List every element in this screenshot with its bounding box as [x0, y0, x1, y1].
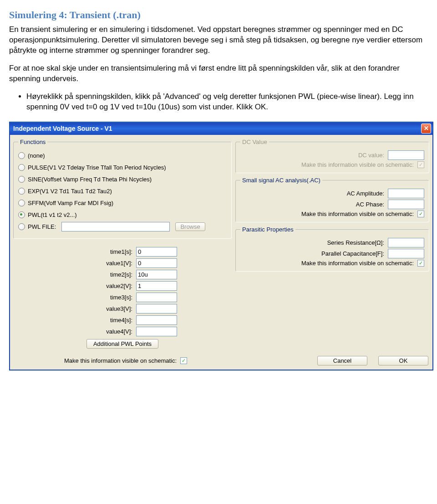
ok-button[interactable]: OK	[378, 356, 428, 365]
parasitic-visible-label: Make this information visible on schemat…	[301, 260, 414, 267]
radio-label: EXP(V1 V2 Td1 Tau1 Td2 Tau2)	[28, 188, 112, 195]
series-resistance-label: Series Resistance[Ω]:	[327, 239, 384, 246]
ac-visible-label: Make this information visible on schemat…	[301, 211, 414, 217]
functions-group: Functions (none) PULSE(V1 V2 Tdelay Tris…	[13, 139, 232, 239]
radio-label: (none)	[28, 152, 45, 159]
pwl-label: value4[V]:	[106, 328, 132, 335]
series-resistance-input[interactable]	[388, 238, 424, 247]
additional-pwl-button[interactable]: Additional PWL Points	[86, 339, 158, 349]
radio-icon[interactable]	[18, 164, 25, 171]
paragraph-2: For at noe skal skje under en transients…	[9, 63, 428, 84]
radio-exp[interactable]: EXP(V1 V2 Td1 Tau1 Td2 Tau2)	[18, 186, 227, 196]
parasitic-legend: Parasitic Properties	[240, 226, 295, 233]
dc-value-group: DC Value DC value: Make this information…	[235, 139, 429, 173]
ac-legend: Small signal AC analysis(.AC)	[240, 177, 322, 184]
ac-amplitude-input[interactable]	[388, 189, 424, 198]
titlebar-text: Independent Voltage Source - V1	[13, 125, 112, 132]
voltage-source-dialog: Independent Voltage Source - V1 ✕ Functi…	[9, 122, 433, 370]
value2-input[interactable]	[136, 281, 177, 291]
functions-legend: Functions	[18, 139, 47, 145]
close-icon[interactable]: ✕	[421, 123, 431, 134]
parasitic-group: Parasitic Properties Series Resistance[Ω…	[235, 226, 429, 272]
value4-input[interactable]	[136, 327, 177, 336]
dc-visible-label: Make this information visible on schemat…	[301, 161, 414, 168]
ac-phase-input[interactable]	[388, 200, 424, 209]
ac-amplitude-label: AC Amplitude:	[347, 190, 384, 197]
ac-visible-checkbox[interactable]	[417, 211, 424, 217]
bullet-1: Høyreklikk på spenningskilden, klikk på …	[26, 92, 428, 113]
radio-label: PULSE(V1 V2 Tdelay Trise Tfall Ton Perio…	[28, 164, 166, 171]
pwl-points-grid: time1[s]: value1[V]: time2[s]: value2[V]…	[13, 247, 232, 336]
paragraph-1: En transient simulering er en simulering…	[9, 25, 428, 56]
parasitic-visible-checkbox[interactable]	[417, 260, 424, 267]
radio-icon[interactable]	[18, 200, 25, 206]
radio-label: PWL(t1 v1 t2 v2...)	[28, 211, 77, 218]
time2-input[interactable]	[136, 270, 177, 279]
pwl-label: value3[V]:	[106, 305, 132, 312]
radio-sffm[interactable]: SFFM(Voff Vamp Fcar MDI Fsig)	[18, 198, 227, 208]
time3-input[interactable]	[136, 293, 177, 302]
pwl-label: time1[s]:	[106, 248, 132, 255]
radio-pwl[interactable]: PWL(t1 v1 t2 v2...)	[18, 210, 227, 220]
pwl-label: time4[s]:	[106, 317, 132, 324]
value3-input[interactable]	[136, 304, 177, 314]
parallel-capacitance-label: Parallel Capacitance[F]:	[321, 250, 384, 257]
dc-legend: DC Value	[240, 139, 269, 145]
radio-icon[interactable]	[18, 223, 25, 230]
time4-input[interactable]	[136, 315, 177, 325]
ac-phase-label: AC Phase:	[356, 201, 384, 208]
pwl-label: time2[s]:	[106, 271, 132, 278]
time1-input[interactable]	[136, 247, 177, 257]
value1-input[interactable]	[136, 258, 177, 268]
radio-pwl-file[interactable]: PWL FILE: Browse	[18, 222, 227, 232]
radio-sine[interactable]: SINE(Voffset Vamp Freq Td Theta Phi Ncyc…	[18, 175, 227, 185]
ac-analysis-group: Small signal AC analysis(.AC) AC Amplitu…	[235, 177, 429, 222]
parallel-capacitance-input[interactable]	[388, 249, 424, 258]
pwl-label: time3[s]:	[106, 294, 132, 301]
dc-visible-checkbox[interactable]	[417, 161, 424, 168]
titlebar[interactable]: Independent Voltage Source - V1 ✕	[10, 122, 433, 135]
radio-label: SFFM(Voff Vamp Fcar MDI Fsig)	[28, 200, 113, 206]
cancel-button[interactable]: Cancel	[317, 356, 367, 365]
pwl-file-input[interactable]	[61, 222, 170, 231]
pwl-label: value1[V]:	[106, 260, 132, 267]
radio-pulse[interactable]: PULSE(V1 V2 Tdelay Trise Tfall Ton Perio…	[18, 163, 227, 173]
browse-button[interactable]: Browse	[175, 222, 205, 231]
footer-visible-label: Make this information visible on schemat…	[64, 357, 177, 364]
radio-icon[interactable]	[18, 152, 25, 159]
dc-value-label: DC value:	[358, 152, 384, 159]
radio-icon[interactable]	[18, 176, 25, 183]
radio-label: PWL FILE:	[28, 223, 56, 230]
radio-icon[interactable]	[18, 188, 25, 195]
page-heading: Simulering 4: Transient (.tran)	[9, 9, 428, 21]
radio-label: SINE(Voffset Vamp Freq Td Theta Phi Ncyc…	[28, 176, 152, 183]
dc-value-input[interactable]	[388, 150, 424, 160]
pwl-label: value2[V]:	[106, 283, 132, 289]
radio-none[interactable]: (none)	[18, 151, 227, 161]
radio-icon[interactable]	[18, 211, 25, 218]
footer-visible-checkbox[interactable]	[180, 357, 187, 364]
